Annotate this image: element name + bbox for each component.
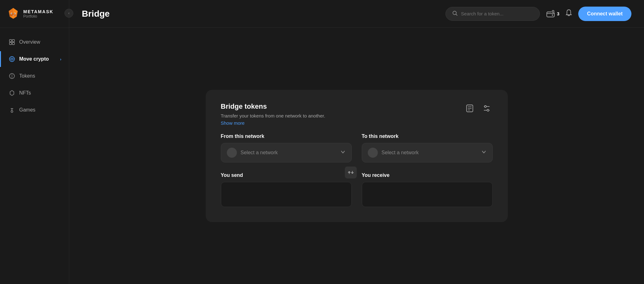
svg-point-12: [14, 13, 15, 14]
svg-line-26: [456, 14, 457, 15]
sidebar-item-overview-label: Overview: [19, 39, 40, 45]
wallet-icon-badge[interactable]: 3: [546, 9, 559, 18]
you-send-section: You send: [221, 172, 352, 207]
search-bar[interactable]: [445, 7, 540, 21]
main-content: Bridge 3: [69, 0, 644, 284]
svg-point-25: [453, 11, 456, 14]
metamask-fox-logo: [6, 7, 20, 21]
you-receive-section: You receive: [362, 172, 493, 207]
svg-rect-15: [12, 40, 14, 42]
nfts-icon: [8, 90, 15, 96]
bridge-card-actions: [464, 102, 493, 114]
svg-point-36: [484, 106, 486, 107]
page-title: Bridge: [82, 9, 110, 19]
sidebar-item-move-crypto[interactable]: Move crypto ›: [0, 51, 69, 67]
logo-portfolio-label: Portfolio: [23, 14, 53, 19]
to-network-chevron-icon: [481, 149, 487, 156]
svg-rect-14: [9, 40, 12, 42]
sidebar-item-nfts-label: NFTs: [19, 90, 31, 96]
history-icon[interactable]: [464, 102, 476, 114]
from-network-section: From this network Select a network: [221, 134, 352, 162]
svg-point-28: [552, 14, 553, 16]
bridge-card-info: Bridge tokens Transfer your tokens from …: [221, 102, 325, 126]
sidebar-item-games[interactable]: Games: [0, 102, 69, 118]
header-icons: 3 Connect wallet: [546, 7, 631, 21]
sidebar-item-games-label: Games: [19, 107, 36, 113]
from-network-chevron-icon: [340, 149, 346, 156]
svg-rect-17: [12, 42, 14, 45]
move-crypto-icon: [8, 56, 15, 63]
from-network-placeholder: Select a network: [241, 150, 336, 156]
svg-point-22: [11, 111, 13, 112]
from-network-select[interactable]: Select a network: [221, 143, 352, 162]
search-icon: [452, 10, 458, 17]
bridge-card-header: Bridge tokens Transfer your tokens from …: [221, 102, 493, 126]
grid-icon: [8, 39, 15, 46]
sidebar-nav: Overview Move crypto ›: [0, 28, 69, 124]
to-network-select[interactable]: Select a network: [362, 143, 493, 162]
sidebar: METAMASK Portfolio ‹ Overview: [0, 0, 69, 284]
page-content: Bridge tokens Transfer your tokens from …: [69, 28, 644, 284]
settings-sliders-icon[interactable]: [481, 102, 493, 114]
you-send-input-box[interactable]: [221, 182, 352, 207]
swap-button[interactable]: [345, 167, 357, 178]
move-crypto-arrow-icon: ›: [60, 57, 61, 62]
games-icon: [8, 106, 15, 113]
to-network-avatar: [368, 148, 378, 158]
sidebar-logo: METAMASK Portfolio: [0, 0, 69, 28]
to-network-section: To this network Select a network: [362, 134, 493, 162]
sidebar-item-tokens-label: Tokens: [19, 73, 35, 79]
to-network-placeholder: Select a network: [382, 150, 477, 156]
you-send-label: You send: [221, 172, 352, 178]
show-more-link[interactable]: Show more: [221, 120, 245, 126]
svg-marker-20: [11, 74, 13, 76]
svg-point-11: [11, 13, 12, 14]
header: Bridge 3: [69, 0, 644, 28]
logo-text: METAMASK Portfolio: [23, 9, 53, 19]
wallet-icon: [546, 9, 555, 18]
logo-metamask-label: METAMASK: [23, 9, 53, 14]
svg-point-18: [9, 57, 14, 62]
from-network-avatar: [227, 148, 237, 158]
you-receive-input-box: [362, 182, 493, 207]
collapse-icon: ‹: [68, 11, 70, 15]
sidebar-item-move-crypto-label: Move crypto: [19, 56, 49, 62]
sidebar-collapse-button[interactable]: ‹: [64, 9, 73, 18]
search-input[interactable]: [461, 11, 533, 16]
svg-rect-16: [9, 42, 12, 45]
sidebar-item-overview[interactable]: Overview: [0, 34, 69, 50]
send-receive-row: You send You receive: [221, 172, 493, 207]
to-network-label: To this network: [362, 134, 493, 139]
bridge-card-title: Bridge tokens: [221, 102, 325, 111]
sidebar-item-tokens[interactable]: Tokens: [0, 68, 69, 84]
from-network-label: From this network: [221, 134, 352, 139]
badge-count: 3: [557, 11, 559, 16]
connect-wallet-button[interactable]: Connect wallet: [578, 7, 631, 21]
bell-icon[interactable]: [564, 8, 573, 19]
svg-point-19: [9, 74, 14, 79]
you-receive-label: You receive: [362, 172, 493, 178]
bridge-card-description: Transfer your tokens from one network to…: [221, 113, 325, 118]
svg-point-38: [487, 109, 489, 111]
bridge-card: Bridge tokens Transfer your tokens from …: [206, 90, 508, 222]
svg-marker-21: [11, 76, 13, 78]
networks-row: From this network Select a network To th…: [221, 134, 493, 162]
sidebar-item-nfts[interactable]: NFTs: [0, 85, 69, 101]
tokens-icon: [8, 73, 15, 79]
